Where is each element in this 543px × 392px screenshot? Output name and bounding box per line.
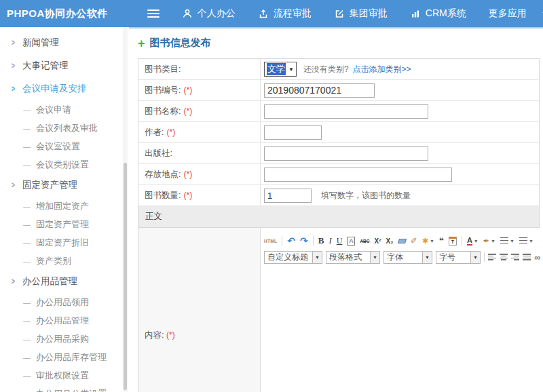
format-brush-icon[interactable]: ✐ (411, 236, 417, 246)
strikethrough-icon[interactable]: ABC (360, 239, 369, 243)
nav-item-personal-office[interactable]: 个人办公 (182, 7, 236, 20)
sidebar-item-asset-category[interactable]: —资产类别 (0, 252, 129, 270)
dash-icon: — (23, 257, 31, 265)
sidebar-item-meeting-mgmt[interactable]: >会议申请及安排 (0, 77, 129, 100)
dash-icon: — (23, 372, 31, 380)
chevron-right-icon: > (12, 180, 15, 190)
nav-item-label: 流程审批 (274, 7, 312, 20)
sidebar-item-asset-mgmt[interactable]: >固定资产管理 (0, 174, 129, 197)
font-size-dropdown[interactable]: 字号 ▼ (436, 251, 481, 264)
field-label: 存放地点: (145, 169, 181, 180)
author-input[interactable] (264, 125, 322, 140)
sidebar-item-supplies-mgmt[interactable]: >办公用品管理 (0, 270, 129, 293)
select-arrow-icon: ▼ (288, 66, 294, 73)
plus-icon: + (138, 39, 145, 48)
toolbar-separator (282, 236, 282, 246)
sidebar-item-meeting-list[interactable]: —会议列表及审批 (0, 119, 129, 137)
nav-item-crm-system[interactable]: CRM系统 (410, 7, 466, 20)
underline-icon[interactable]: U (337, 236, 343, 246)
sidebar-item-supplies-claim[interactable]: —办公用品领用 (0, 293, 129, 311)
main-content: + 图书信息发布 图书类目: 文学 ▼ 还没有类别? 点击添加类别>> 图书编号… (129, 27, 543, 392)
align-right-icon[interactable] (511, 254, 519, 260)
sidebar-item-events-mgmt[interactable]: >大事记管理 (0, 54, 129, 77)
book-number-input[interactable] (264, 83, 375, 98)
autotypeset-icon[interactable]: ✱▼ (422, 237, 434, 246)
sidebar-item-label: 会议室设置 (36, 140, 80, 153)
category-note: 还没有类别? (303, 64, 349, 75)
sidebar-item-label: 办公用品采购 (36, 333, 89, 345)
top-menu: 个人办公 流程审批 集团审批 CRM系统 (147, 7, 543, 20)
dash-icon: — (23, 124, 31, 132)
dash-icon: — (23, 390, 31, 392)
paste-text-icon[interactable]: T (449, 237, 457, 246)
sidebar-item-label: 会议申请 (36, 104, 71, 116)
char-border-icon[interactable]: A (347, 237, 355, 246)
sidebar-item-label: 固定资产管理 (22, 179, 77, 191)
location-input[interactable] (264, 168, 452, 182)
bold-icon[interactable]: B (318, 235, 324, 246)
ordered-list-icon[interactable]: ▼ (500, 237, 514, 244)
sidebar-item-supplies-purchase[interactable]: —办公用品采购 (0, 330, 129, 348)
nav-item-more-apps[interactable]: 更多应用 (489, 7, 543, 20)
custom-title-dropdown[interactable]: 自定义标题 ▼ (264, 251, 322, 264)
sidebar-item-asset-add[interactable]: —增加固定资产 (0, 197, 129, 215)
quantity-hint: 填写数字，该图书的数量 (321, 190, 411, 201)
bar-chart-icon (410, 8, 421, 19)
background-color-icon[interactable]: ✒▼ (483, 237, 495, 246)
chevron-right-icon: > (12, 61, 15, 71)
publisher-input[interactable] (264, 146, 428, 161)
category-select[interactable]: 文学 ▼ (264, 62, 297, 77)
sidebar-item-label: 办公用品领用 (36, 296, 89, 309)
sidebar-item-label: 会议申请及安排 (22, 83, 87, 95)
hamburger-menu-icon[interactable] (147, 9, 160, 18)
sidebar-item-label: 办公用品库存管理 (36, 351, 107, 364)
sidebar-item-approval-permission[interactable]: —审批权限设置 (0, 366, 129, 385)
section-bar-body: 正文 (138, 206, 539, 228)
sidebar-item-asset-depreciation[interactable]: —固定资产折旧 (0, 233, 129, 252)
add-category-link[interactable]: 点击添加类别>> (353, 64, 411, 75)
font-family-dropdown[interactable]: 字体 ▼ (383, 251, 432, 264)
paragraph-format-dropdown[interactable]: 段落格式 ▼ (326, 251, 380, 264)
sidebar-item-supplies-manage[interactable]: —办公用品管理 (0, 311, 129, 330)
quantity-input[interactable] (264, 189, 312, 203)
editor-canvas[interactable] (264, 267, 543, 392)
dash-icon: — (23, 161, 31, 169)
book-form: 图书类目: 文学 ▼ 还没有类别? 点击添加类别>> 图书编号: (*) (138, 58, 540, 392)
dropdown-arrow-icon: ▼ (370, 252, 379, 263)
nav-item-group-approval[interactable]: 集团审批 (334, 7, 388, 20)
blockquote-icon[interactable]: ❝ (439, 236, 444, 246)
sidebar-item-meeting-apply[interactable]: —会议申请 (0, 100, 129, 119)
font-color-icon[interactable]: A▼ (467, 237, 479, 246)
sidebar-item-asset-manage[interactable]: —固定资产管理 (0, 215, 129, 233)
subscript-icon[interactable]: X₂ (386, 237, 394, 245)
undo-icon[interactable]: ↶ (287, 235, 295, 246)
sidebar-item-news-mgmt[interactable]: >新闻管理 (0, 31, 129, 54)
link-icon[interactable]: ∞ (534, 252, 540, 262)
sidebar-item-label: 审批权限设置 (36, 370, 89, 382)
sidebar-scrollbar-thumb[interactable] (124, 163, 127, 390)
eraser-icon[interactable] (398, 239, 406, 243)
field-label: 图书编号: (145, 85, 181, 96)
field-label: 图书数量: (145, 190, 181, 201)
sidebar-item-supplies-classify[interactable]: —办公用品分类设置 (0, 385, 129, 392)
align-center-icon[interactable] (500, 254, 508, 260)
nav-item-workflow-approval[interactable]: 流程审批 (258, 7, 312, 20)
superscript-icon[interactable]: X² (375, 237, 381, 245)
html-source-icon[interactable]: HTML (264, 239, 277, 243)
redo-icon[interactable]: ↷ (300, 235, 308, 246)
align-justify-icon[interactable] (523, 254, 531, 260)
form-row-book-name: 图书名称: (*) (138, 101, 539, 122)
sidebar-item-meeting-category[interactable]: —会议类别设置 (0, 155, 129, 174)
dash-icon: — (23, 106, 31, 114)
sidebar-item-label: 新闻管理 (22, 37, 59, 49)
book-name-input[interactable] (264, 104, 428, 119)
unordered-list-icon[interactable]: ▼ (519, 237, 533, 244)
italic-icon[interactable]: I (329, 235, 331, 246)
sidebar-item-supplies-inventory[interactable]: —办公用品库存管理 (0, 348, 129, 366)
form-row-publisher: 出版社: (138, 143, 539, 164)
sidebar-item-meeting-room[interactable]: —会议室设置 (0, 137, 129, 155)
align-left-icon[interactable] (488, 254, 496, 260)
workflow-upload-icon (258, 8, 269, 19)
dropdown-arrow-icon: ▼ (470, 252, 480, 263)
required-marker: (*) (166, 128, 175, 137)
